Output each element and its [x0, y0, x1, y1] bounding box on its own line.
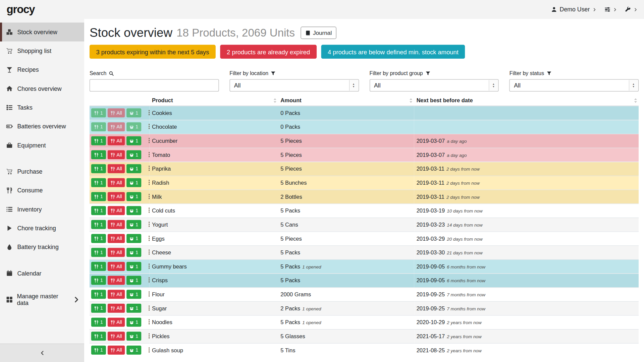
row-menu-button[interactable]: ⋮ — [145, 319, 150, 325]
row-menu-button[interactable]: ⋮ — [145, 277, 150, 284]
consume-all-button[interactable]: All — [107, 122, 125, 131]
open-one-button[interactable]: 1 — [126, 150, 141, 159]
consume-one-button[interactable]: 1 — [91, 262, 106, 271]
sidebar-item-consume[interactable]: Consume — [0, 181, 84, 200]
sidebar-collapse-button[interactable] — [0, 344, 84, 362]
sidebar-item-manage-master-data[interactable]: Manage master data — [0, 290, 84, 309]
consume-one-button[interactable]: 1 — [91, 206, 106, 215]
below-min-stock-alert-button[interactable]: 4 products are below defined min. stock … — [321, 45, 465, 59]
open-one-button[interactable]: 1 — [126, 304, 141, 313]
row-menu-button[interactable]: ⋮ — [145, 305, 150, 312]
open-one-button[interactable]: 1 — [126, 164, 141, 173]
admin-menu-button[interactable] — [625, 7, 638, 12]
sidebar-item-stock-overview[interactable]: Stock overview — [0, 22, 84, 41]
row-menu-button[interactable]: ⋮ — [145, 137, 150, 144]
filter-location-select[interactable]: All▴▾ — [229, 79, 359, 92]
consume-one-button[interactable]: 1 — [91, 290, 106, 299]
consume-one-button[interactable]: 1 — [91, 136, 106, 145]
open-one-button[interactable]: 1 — [126, 248, 141, 257]
row-menu-button[interactable]: ⋮ — [145, 221, 150, 228]
open-one-button[interactable]: 1 — [126, 276, 141, 285]
row-menu-button[interactable]: ⋮ — [145, 110, 150, 116]
sidebar-item-tasks[interactable]: Tasks — [0, 98, 84, 117]
consume-all-button[interactable]: All — [107, 318, 125, 327]
consume-all-button[interactable]: All — [107, 136, 125, 145]
consume-one-button[interactable]: 1 — [91, 122, 106, 131]
row-menu-button[interactable]: ⋮ — [145, 124, 150, 130]
row-menu-button[interactable]: ⋮ — [145, 333, 150, 340]
consume-all-button[interactable]: All — [107, 206, 125, 215]
open-one-button[interactable]: 1 — [126, 122, 141, 131]
consume-all-button[interactable]: All — [107, 220, 125, 229]
consume-all-button[interactable]: All — [107, 331, 125, 341]
sidebar-item-purchase[interactable]: Purchase — [0, 162, 84, 181]
consume-all-button[interactable]: All — [107, 150, 125, 159]
consume-one-button[interactable]: 1 — [91, 220, 106, 229]
consume-all-button[interactable]: All — [107, 262, 125, 271]
sidebar-item-recipes[interactable]: Recipes — [0, 60, 84, 79]
consume-all-button[interactable]: All — [107, 346, 125, 355]
open-one-button[interactable]: 1 — [126, 192, 141, 201]
consume-one-button[interactable]: 1 — [91, 318, 106, 327]
consume-one-button[interactable]: 1 — [91, 150, 106, 159]
open-one-button[interactable]: 1 — [126, 262, 141, 271]
open-one-button[interactable]: 1 — [126, 220, 141, 229]
consume-all-button[interactable]: All — [107, 234, 125, 243]
open-one-button[interactable]: 1 — [126, 346, 141, 355]
column-header-product[interactable]: Product — [150, 95, 278, 106]
filter-status-select[interactable]: All▴▾ — [509, 79, 639, 92]
journal-button[interactable]: Journal — [301, 27, 336, 39]
sidebar-item-chores-overview[interactable]: Chores overview — [0, 79, 84, 98]
open-one-button[interactable]: 1 — [126, 318, 141, 327]
open-one-button[interactable]: 1 — [126, 136, 141, 145]
consume-one-button[interactable]: 1 — [91, 192, 106, 201]
open-one-button[interactable]: 1 — [126, 234, 141, 243]
sidebar-item-batteries-overview[interactable]: Batteries overview — [0, 117, 84, 136]
row-menu-button[interactable]: ⋮ — [145, 193, 150, 200]
open-one-button[interactable]: 1 — [126, 290, 141, 299]
row-menu-button[interactable]: ⋮ — [145, 179, 150, 186]
sidebar-item-shopping-list[interactable]: Shopping list — [0, 42, 84, 60]
open-one-button[interactable]: 1 — [126, 109, 141, 118]
consume-one-button[interactable]: 1 — [91, 346, 106, 355]
expired-alert-button[interactable]: 2 products are already expired — [220, 45, 317, 59]
consume-all-button[interactable]: All — [107, 290, 125, 299]
expiring-alert-button[interactable]: 3 products expiring within the next 5 da… — [90, 45, 216, 59]
row-menu-button[interactable]: ⋮ — [145, 249, 150, 256]
open-one-button[interactable]: 1 — [126, 206, 141, 215]
consume-one-button[interactable]: 1 — [91, 304, 106, 313]
user-menu-button[interactable]: Demo User — [551, 6, 596, 13]
consume-one-button[interactable]: 1 — [91, 331, 106, 341]
consume-one-button[interactable]: 1 — [91, 178, 106, 187]
consume-one-button[interactable]: 1 — [91, 276, 106, 285]
consume-all-button[interactable]: All — [107, 248, 125, 257]
consume-one-button[interactable]: 1 — [91, 248, 106, 257]
sidebar-item-inventory[interactable]: Inventory — [0, 200, 84, 219]
sidebar-item-chore-tracking[interactable]: Chore tracking — [0, 219, 84, 238]
filter-product-group-select[interactable]: All▴▾ — [369, 79, 498, 92]
search-input[interactable] — [90, 79, 219, 92]
consume-all-button[interactable]: All — [107, 304, 125, 313]
consume-one-button[interactable]: 1 — [91, 109, 106, 118]
row-menu-button[interactable]: ⋮ — [145, 165, 150, 172]
consume-all-button[interactable]: All — [107, 276, 125, 285]
row-menu-button[interactable]: ⋮ — [145, 263, 150, 270]
consume-all-button[interactable]: All — [107, 178, 125, 187]
row-menu-button[interactable]: ⋮ — [145, 291, 150, 298]
sidebar-item-calendar[interactable]: Calendar — [0, 264, 84, 283]
consume-all-button[interactable]: All — [107, 164, 125, 173]
sidebar-item-battery-tracking[interactable]: Battery tracking — [0, 238, 84, 256]
settings-menu-button[interactable] — [604, 7, 617, 12]
column-header-amount[interactable]: Amount — [278, 95, 414, 106]
row-menu-button[interactable]: ⋮ — [145, 235, 150, 242]
open-one-button[interactable]: 1 — [126, 331, 141, 341]
consume-one-button[interactable]: 1 — [91, 234, 106, 243]
column-header-next-best-before-date[interactable]: Next best before date — [414, 95, 639, 106]
row-menu-button[interactable]: ⋮ — [145, 207, 150, 214]
consume-all-button[interactable]: All — [107, 192, 125, 201]
open-one-button[interactable]: 1 — [126, 178, 141, 187]
row-menu-button[interactable]: ⋮ — [145, 152, 150, 158]
grocy-logo[interactable]: grocy — [7, 3, 35, 16]
sidebar-item-equipment[interactable]: Equipment — [0, 136, 84, 155]
consume-one-button[interactable]: 1 — [91, 164, 106, 173]
